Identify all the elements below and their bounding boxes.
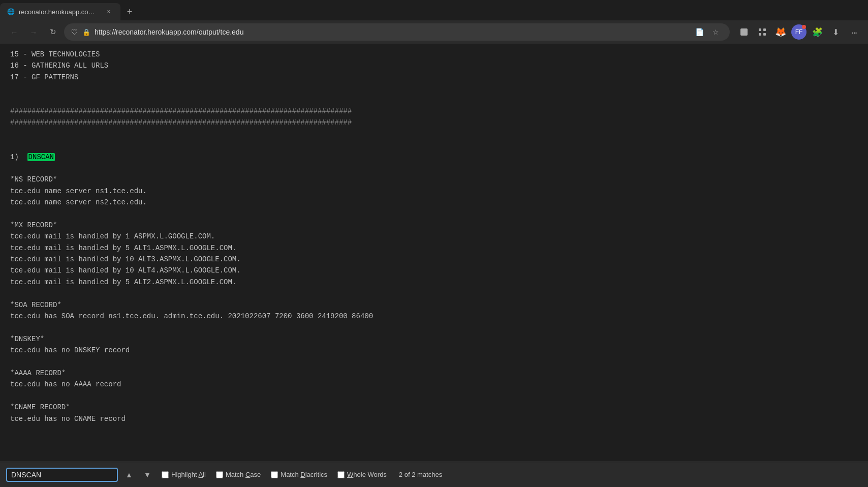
line-17: tce.edu mail is handled by 5 ALT1.ASPMX.… (10, 242, 858, 254)
line-20: tce.edu mail is handled by 5 ALT2.ASPMX.… (10, 277, 858, 288)
shield-icon: 🛡 (71, 28, 78, 36)
extensions-grid-button[interactable] (754, 24, 770, 40)
separator-1: ########################################… (10, 106, 858, 117)
whole-words-label: Whole Words (347, 471, 387, 478)
svg-rect-2 (763, 28, 766, 31)
match-diacritics-option[interactable]: Match Diacritics (268, 469, 330, 480)
line-12: tce.edu name server ns1.tce.edu. (10, 186, 858, 197)
line-11: *NS RECORD* (10, 174, 858, 185)
whole-words-underline-char: W (347, 471, 353, 478)
find-toolbar: ▲ ▼ Highlight All Match Case Match Diacr… (0, 462, 868, 487)
match-diacritics-checkbox[interactable] (271, 471, 278, 478)
find-matches-count: 2 of 2 matches (399, 471, 442, 478)
puzzle-extensions-button[interactable]: 🧩 (809, 24, 825, 40)
line-2: 17 - GF PATTERNS (10, 72, 858, 83)
svg-rect-0 (740, 28, 748, 36)
line-3 (10, 83, 858, 94)
highlight-all-option[interactable]: Highlight All (159, 469, 209, 480)
page-content: 15 - WEB TECHNOLOGIES 16 - GATHERING ALL… (0, 44, 868, 462)
line-16: tce.edu mail is handled by 1 ASPMX.L.GOO… (10, 231, 858, 242)
firefox-home-button[interactable]: 🦊 (772, 24, 789, 40)
line-18: tce.edu mail is handled by 10 ALT3.ASPMX… (10, 254, 858, 265)
highlight-all-checkbox[interactable] (162, 471, 169, 478)
svg-rect-1 (759, 28, 761, 31)
line-0: 15 - WEB TECHNOLOGIES (10, 49, 858, 60)
bookmark-button[interactable]: ☆ (708, 25, 723, 39)
line-highlight: 1) DNSCAN (10, 151, 858, 163)
notification-badge (802, 25, 806, 29)
svg-rect-3 (759, 33, 761, 36)
toolbar-right: 🦊 FF 🧩 ⬇ ··· (736, 24, 862, 40)
line-32: tce.edu has no CNAME record (10, 413, 858, 424)
find-input-wrap (6, 468, 118, 482)
line-1: 16 - GATHERING ALL URLS (10, 60, 858, 71)
lock-icon: 🔒 (82, 28, 90, 36)
highlight-all-underline-char: A (198, 471, 203, 478)
match-case-checkbox[interactable] (216, 471, 223, 478)
url-bar[interactable]: 🛡 🔒 https://reconator.herokuapp.com/outp… (64, 23, 730, 41)
line-4 (10, 95, 858, 106)
whole-words-option[interactable]: Whole Words (334, 469, 390, 480)
match-case-label: Match Case (226, 471, 261, 478)
highlight-all-label: Highlight All (171, 471, 206, 478)
line-22: *SOA RECORD* (10, 299, 858, 311)
line-10 (10, 163, 858, 174)
line-30 (10, 390, 858, 402)
line-21 (10, 288, 858, 299)
line-7 (10, 129, 858, 140)
separator-2: ########################################… (10, 117, 858, 128)
settings-menu-button[interactable]: ··· (846, 24, 862, 40)
line-13: tce.edu name server ns2.tce.edu. (10, 197, 858, 208)
line-8 (10, 140, 858, 151)
whole-words-checkbox[interactable] (337, 471, 345, 478)
tab-favicon: 🌐 (7, 8, 15, 15)
active-tab[interactable]: 🌐 reconator.herokuapp.com/ou... × (0, 3, 120, 20)
tab-close-button[interactable]: × (104, 7, 113, 16)
match-diacritics-label: Match Diacritics (281, 471, 327, 478)
find-previous-button[interactable]: ▲ (122, 468, 136, 482)
line-29: tce.edu has no AAAA record (10, 379, 858, 390)
line-15: *MX RECORD* (10, 220, 858, 231)
line-25: *DNSKEY* (10, 333, 858, 345)
match-diacritics-underline-char: D (300, 471, 305, 478)
avatar-button[interactable]: FF (791, 24, 807, 40)
nav-bar: ← → ↻ 🛡 🔒 https://reconator.herokuapp.co… (0, 20, 868, 44)
line-26: tce.edu has no DNSKEY record (10, 345, 858, 356)
new-tab-button[interactable]: + (122, 5, 137, 19)
line-23: tce.edu has SOA record ns1.tce.edu. admi… (10, 311, 858, 322)
reader-view-button[interactable]: 📄 (692, 25, 706, 39)
line-24 (10, 322, 858, 333)
tab-bar: 🌐 reconator.herokuapp.com/ou... × + (0, 0, 868, 20)
line-19: tce.edu mail is handled by 10 ALT4.ASPMX… (10, 265, 858, 276)
back-button[interactable]: ← (6, 24, 22, 40)
tab-title: reconator.herokuapp.com/ou... (19, 8, 100, 16)
line-31: *CNAME RECORD* (10, 402, 858, 413)
line-27 (10, 356, 858, 368)
line-14 (10, 208, 858, 219)
line-34 (10, 436, 858, 447)
svg-rect-4 (763, 33, 766, 36)
line-28: *AAAA RECORD* (10, 368, 858, 379)
forward-button[interactable]: → (25, 24, 42, 40)
match-case-option[interactable]: Match Case (213, 469, 264, 480)
find-next-button[interactable]: ▼ (140, 468, 154, 482)
find-input[interactable] (11, 471, 103, 479)
url-text: https://reconator.herokuapp.com/output/t… (95, 28, 688, 36)
browser-chrome: 🌐 reconator.herokuapp.com/ou... × + ← → … (0, 0, 868, 44)
line-33 (10, 424, 858, 436)
dnscan-highlight: DNSCAN (27, 153, 55, 161)
match-case-underline-char: C (245, 471, 250, 478)
downloads-button[interactable]: ⬇ (827, 24, 844, 40)
reload-button[interactable]: ↻ (45, 24, 61, 40)
separator-3 (10, 447, 858, 459)
firefox-account-button[interactable] (736, 24, 752, 40)
url-actions: 📄 ☆ (692, 25, 723, 39)
